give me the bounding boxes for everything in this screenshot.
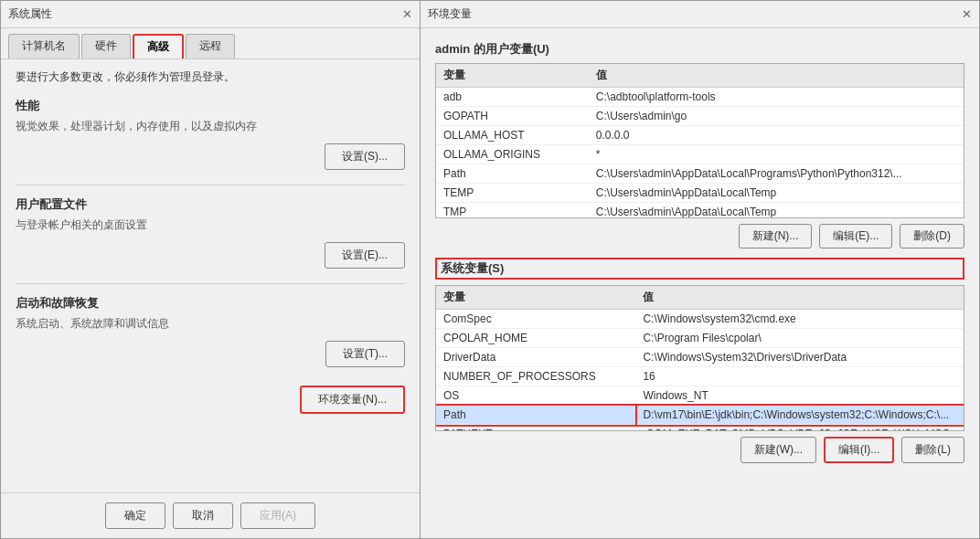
var-cell: ComSpec (436, 310, 635, 329)
table-row[interactable]: ComSpecC:\Windows\system32\cmd.exe (436, 310, 964, 329)
user-profile-settings-btn[interactable]: 设置(E)... (325, 242, 405, 269)
var-cell: Path (436, 164, 589, 184)
system-delete-btn[interactable]: 删除(L) (901, 437, 964, 463)
var-cell: NUMBER_OF_PROCESSORS (436, 367, 635, 386)
system-properties-panel: 系统属性 ✕ 计算机名硬件高级远程 要进行大多数更改，你必须作为管理员登录。 性… (0, 0, 421, 539)
user-vars-table: 变量 值 adbC:\adbtool\platform-toolsGOPATHC… (436, 64, 964, 218)
env-variables-btn[interactable]: 环境变量(N)... (300, 386, 405, 414)
var-cell: Path (436, 406, 635, 425)
left-titlebar: 系统属性 ✕ (1, 1, 420, 28)
notice-text: 要进行大多数更改，你必须作为管理员登录。 (16, 69, 405, 85)
user-profile-title: 用户配置文件 (16, 196, 405, 213)
table-row[interactable]: NUMBER_OF_PROCESSORS16 (436, 367, 964, 386)
table-row[interactable]: TEMPC:\Users\admin\AppData\Local\Temp (436, 184, 964, 203)
var-cell: TMP (436, 203, 589, 219)
tab-远程[interactable]: 远程 (186, 34, 235, 58)
val-cell: C:\Users\admin\AppData\Local\Temp (589, 184, 964, 203)
user-table-header: 变量 值 (436, 64, 964, 88)
tabs-bar: 计算机名硬件高级远程 (1, 28, 420, 59)
val-cell: C:\Windows\System32\Drivers\DriverData (635, 348, 964, 367)
val-cell: Windows_NT (635, 386, 964, 406)
user-col-val: 值 (589, 64, 964, 88)
system-table-header: 变量 值 (436, 286, 964, 310)
val-cell: 0.0.0.0 (589, 126, 964, 145)
system-vars-table-container: 变量 值 ComSpecC:\Windows\system32\cmd.exeC… (435, 285, 964, 431)
val-cell: 16 (635, 367, 964, 386)
val-cell: C:\Program Files\cpolar\ (635, 329, 964, 348)
val-cell: C:\Users\admin\AppData\Local\Temp (589, 203, 964, 219)
val-cell: D:\vm17\bin\E:\jdk\bin;C:\Windows\system… (635, 406, 964, 425)
env-content: admin 的用户变量(U) 变量 值 adbC:\adbtool\platfo… (421, 28, 979, 538)
user-delete-btn[interactable]: 删除(D) (900, 224, 964, 248)
system-col-var: 变量 (436, 286, 635, 310)
user-vars-table-container: 变量 值 adbC:\adbtool\platform-toolsGOPATHC… (435, 63, 964, 218)
table-row[interactable]: OLLAMA_HOST0.0.0.0 (436, 126, 964, 145)
left-window-title: 系统属性 (8, 6, 52, 22)
user-btn-row: 新建(N)... 编辑(E)... 删除(D) (435, 224, 964, 248)
performance-settings-btn[interactable]: 设置(S)... (325, 143, 405, 170)
table-row[interactable]: TMPC:\Users\admin\AppData\Local\Temp (436, 203, 964, 219)
var-cell: PATHEXT (436, 425, 635, 432)
table-row[interactable]: DriverDataC:\Windows\System32\Drivers\Dr… (436, 348, 964, 367)
var-cell: OS (436, 386, 635, 406)
cancel-btn[interactable]: 取消 (173, 502, 233, 529)
var-cell: OLLAMA_HOST (436, 126, 589, 145)
system-table-body: ComSpecC:\Windows\system32\cmd.exeCPOLAR… (436, 310, 964, 432)
table-row[interactable]: OSWindows_NT (436, 386, 964, 406)
user-profile-desc: 与登录帐户相关的桌面设置 (16, 217, 405, 233)
var-cell: adb (436, 88, 589, 107)
val-cell: * (589, 145, 964, 164)
val-cell: .COM;.EXE;.BAT;.CMD;.VBS;.VBE;.JS;.JSE;.… (635, 425, 964, 432)
ok-btn[interactable]: 确定 (105, 502, 165, 529)
system-vars-label: 系统变量(S) (441, 261, 504, 275)
tab-硬件[interactable]: 硬件 (81, 34, 131, 58)
val-cell: C:\Users\admin\AppData\Local\Programs\Py… (589, 164, 964, 184)
apply-btn: 应用(A) (240, 502, 315, 529)
val-cell: C:\Users\admin\go (589, 107, 964, 126)
user-profile-section: 用户配置文件 与登录帐户相关的桌面设置 设置(E)... (16, 196, 405, 269)
system-btn-row: 新建(W)... 编辑(I)... 删除(L) (435, 437, 964, 463)
var-cell: TEMP (436, 184, 589, 203)
user-table-body: adbC:\adbtool\platform-toolsGOPATHC:\Use… (436, 88, 964, 219)
table-row[interactable]: OLLAMA_ORIGINS* (436, 145, 964, 164)
right-window-title: 环境变量 (428, 6, 472, 22)
table-row[interactable]: GOPATHC:\Users\admin\go (436, 107, 964, 126)
performance-desc: 视觉效果，处理器计划，内存使用，以及虚拟内存 (16, 118, 405, 134)
right-close-btn[interactable]: ✕ (962, 7, 972, 21)
var-cell: CPOLAR_HOME (436, 329, 635, 348)
performance-title: 性能 (16, 98, 405, 114)
var-cell: DriverData (436, 348, 635, 367)
table-row[interactable]: PATHEXT.COM;.EXE;.BAT;.CMD;.VBS;.VBE;.JS… (436, 425, 964, 432)
table-row[interactable]: CPOLAR_HOMEC:\Program Files\cpolar\ (436, 329, 964, 348)
table-row[interactable]: adbC:\adbtool\platform-tools (436, 88, 964, 107)
left-bottom-buttons: 确定 取消 应用(A) (1, 492, 420, 538)
val-cell: C:\adbtool\platform-tools (589, 88, 964, 107)
env-variables-panel: 环境变量 ✕ admin 的用户变量(U) 变量 值 adbC:\adbtool… (421, 0, 980, 539)
performance-section: 性能 视觉效果，处理器计划，内存使用，以及虚拟内存 设置(S)... (16, 98, 405, 170)
table-row[interactable]: PathD:\vm17\bin\E:\jdk\bin;C:\Windows\sy… (436, 406, 964, 425)
user-new-btn[interactable]: 新建(N)... (739, 224, 813, 248)
startup-section: 启动和故障恢复 系统启动、系统故障和调试信息 设置(T)... (16, 295, 405, 367)
system-edit-btn[interactable]: 编辑(I)... (824, 437, 894, 463)
user-vars-label: admin 的用户变量(U) (435, 41, 964, 58)
right-titlebar: 环境变量 ✕ (421, 1, 979, 28)
tab-计算机名[interactable]: 计算机名 (8, 34, 80, 58)
startup-desc: 系统启动、系统故障和调试信息 (16, 315, 405, 332)
startup-settings-btn[interactable]: 设置(T)... (325, 341, 405, 367)
system-new-btn[interactable]: 新建(W)... (740, 437, 816, 463)
left-close-btn[interactable]: ✕ (402, 7, 412, 21)
val-cell: C:\Windows\system32\cmd.exe (635, 310, 964, 329)
tab-高级[interactable]: 高级 (133, 34, 184, 58)
user-edit-btn[interactable]: 编辑(E)... (819, 224, 892, 248)
system-vars-table: 变量 值 ComSpecC:\Windows\system32\cmd.exeC… (436, 286, 964, 431)
startup-title: 启动和故障恢复 (16, 295, 405, 312)
var-cell: OLLAMA_ORIGINS (436, 145, 589, 164)
system-col-val: 值 (635, 286, 964, 310)
user-col-var: 变量 (436, 64, 589, 88)
left-panel-content: 要进行大多数更改，你必须作为管理员登录。 性能 视觉效果，处理器计划，内存使用，… (1, 59, 420, 492)
var-cell: GOPATH (436, 107, 589, 126)
table-row[interactable]: PathC:\Users\admin\AppData\Local\Program… (436, 164, 964, 184)
